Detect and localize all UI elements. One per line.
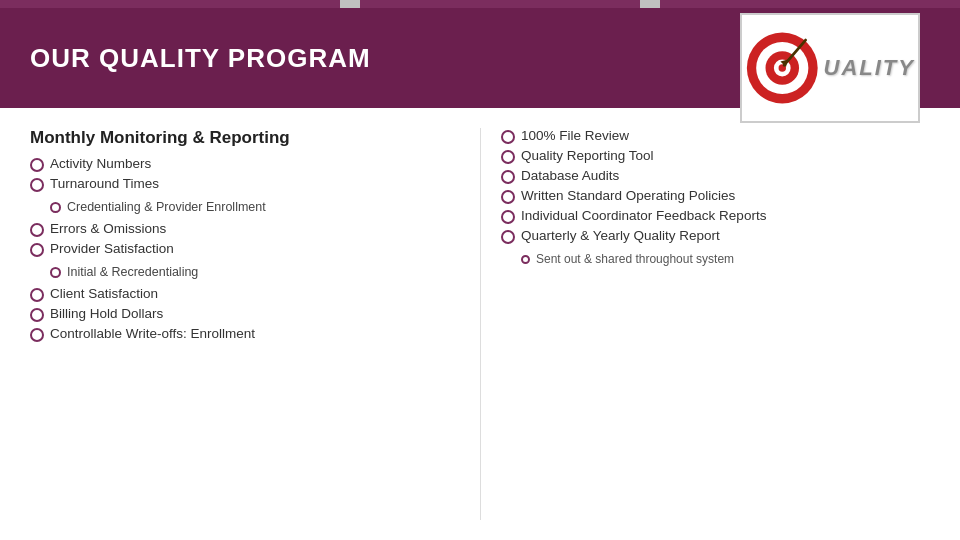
quality-image: uality [740,13,920,123]
provider-subitems: Initial & Recredentialing [30,265,198,282]
page-title: OUR QUALITY PROGRAM [30,43,371,74]
list-item-billing-label: Billing Hold Dollars [50,306,163,321]
page-header: OUR QUALITY PROGRAM uality [0,8,960,108]
sub-item-sent-out-label: Sent out & shared throughout system [536,252,734,266]
bullet-sent-out [521,255,530,264]
section-title-monthly: Monthly Monitoring & Reporting [30,128,460,148]
bullet-turnaround [30,178,44,192]
list-item-file-review: 100% File Review [501,128,930,144]
list-item-coordinator-label: Individual Coordinator Feedback Reports [521,208,766,223]
list-item-writeoffs: Controllable Write-offs: Enrollment [30,326,460,342]
bullseye-icon [745,28,820,108]
list-item-sop-label: Written Standard Operating Policies [521,188,735,203]
main-content: Monthly Monitoring & Reporting Activity … [0,108,960,540]
list-item-provider: Provider Satisfaction Initial & Recreden… [30,241,460,282]
bullet-sop [501,190,515,204]
list-item-billing: Billing Hold Dollars [30,306,460,322]
top-bar-seg1 [0,0,340,8]
sub-item-credentialing: Credentialing & Provider Enrollment [50,200,266,214]
quality-text: uality [824,55,915,81]
right-column: 100% File Review Quality Reporting Tool … [480,128,930,520]
bullet-coordinator [501,210,515,224]
list-item-quality-tool: Quality Reporting Tool [501,148,930,164]
list-item-provider-label: Provider Satisfaction [50,241,174,256]
top-bar-seg4 [640,0,660,8]
list-item-client-label: Client Satisfaction [50,286,158,301]
list-item-activity: Activity Numbers [30,156,460,172]
quality-target-graphic: uality [745,16,915,121]
sub-item-credentialing-label: Credentialing & Provider Enrollment [67,200,266,214]
list-item-writeoffs-label: Controllable Write-offs: Enrollment [50,326,255,341]
list-item-client: Client Satisfaction [30,286,460,302]
top-decorative-bar [0,0,960,8]
list-item-quarterly: Quarterly & Yearly Quality Report Sent o… [501,228,930,268]
bullet-writeoffs [30,328,44,342]
bullet-client [30,288,44,302]
bullet-file-review [501,130,515,144]
bullet-billing [30,308,44,322]
bullet-activity [30,158,44,172]
bullet-provider [30,243,44,257]
top-bar-seg3 [360,0,640,8]
top-bar-seg2 [340,0,360,8]
list-item-sop: Written Standard Operating Policies [501,188,930,204]
list-item-quality-tool-label: Quality Reporting Tool [521,148,654,163]
list-item-quarterly-label: Quarterly & Yearly Quality Report [521,228,720,243]
sub-item-sent-out: Sent out & shared throughout system [521,252,734,266]
left-column: Monthly Monitoring & Reporting Activity … [30,128,480,520]
quarterly-subitems: Sent out & shared throughout system [501,252,734,268]
bullet-initial [50,267,61,278]
list-item-db-audits: Database Audits [501,168,930,184]
left-bullet-list: Activity Numbers Turnaround Times Creden… [30,156,460,342]
bullet-credentialing [50,202,61,213]
right-bullet-list: 100% File Review Quality Reporting Tool … [501,128,930,268]
sub-item-initial: Initial & Recredentialing [50,265,198,279]
list-item-turnaround-label: Turnaround Times [50,176,159,191]
bullet-quality-tool [501,150,515,164]
top-bar-seg5 [660,0,960,8]
sub-item-initial-label: Initial & Recredentialing [67,265,198,279]
list-item-errors: Errors & Omissions [30,221,460,237]
turnaround-subitems: Credentialing & Provider Enrollment [30,200,266,217]
bullet-db-audits [501,170,515,184]
list-item-turnaround: Turnaround Times Credentialing & Provide… [30,176,460,217]
list-item-activity-label: Activity Numbers [50,156,151,171]
bullet-quarterly [501,230,515,244]
list-item-coordinator: Individual Coordinator Feedback Reports [501,208,930,224]
bullet-errors [30,223,44,237]
list-item-db-audits-label: Database Audits [521,168,619,183]
list-item-errors-label: Errors & Omissions [50,221,166,236]
list-item-file-review-label: 100% File Review [521,128,629,143]
